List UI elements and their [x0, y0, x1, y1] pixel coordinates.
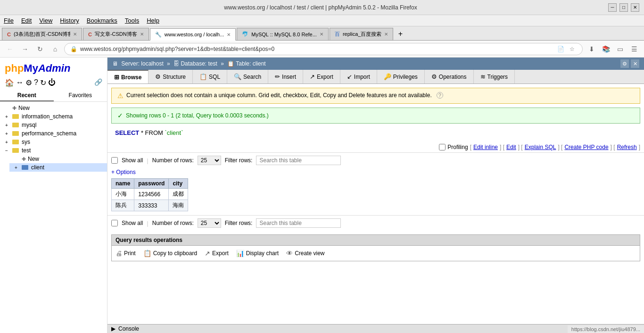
menu-bookmarks[interactable]: Bookmarks — [87, 17, 117, 24]
tab-import[interactable]: ↙ Import — [340, 70, 377, 83]
window-controls[interactable]: ─ □ ✕ — [608, 3, 639, 12]
sidebar-tab-favorites[interactable]: Favorites — [54, 90, 107, 101]
minimize-button[interactable]: ─ — [608, 3, 617, 12]
sql-display: SELECT * FROM `client` — [111, 127, 640, 138]
collapse-icon[interactable]: ✕ — [631, 59, 639, 68]
tab-triggers[interactable]: ≋ Triggers — [474, 70, 515, 83]
structure-icon: ⚙ — [155, 73, 161, 80]
tab-close-1[interactable]: ✕ — [140, 32, 144, 37]
cell-password-1: 333333 — [134, 200, 169, 211]
tab-structure[interactable]: ⚙ Structure — [149, 70, 193, 83]
warning-box: ⚠ Current selection does not contain a u… — [111, 88, 640, 104]
menu-help[interactable]: Help — [147, 17, 159, 24]
bookmark-icon[interactable]: ☆ — [567, 44, 577, 54]
library-icon[interactable]: 📚 — [600, 43, 612, 55]
db-icon-sys — [12, 140, 19, 144]
tab-operations[interactable]: ⚙ Operations — [425, 70, 474, 83]
browser-tab-0[interactable]: C (3条消息)首页-CSDN博客 ✕ — [2, 28, 82, 40]
db-icon-information-schema — [12, 114, 19, 119]
profiling-label: Profiling — [447, 144, 468, 150]
breadcrumb-icons: ⚙ ✕ — [620, 59, 639, 68]
create-php-link[interactable]: Create PHP code — [564, 144, 608, 150]
browser-tab-1[interactable]: C 写文章-CSDN博客 ✕ — [83, 28, 149, 40]
menu-file[interactable]: File — [4, 17, 14, 24]
profiling-checkbox[interactable] — [439, 144, 446, 150]
sql-icon: 📋 — [199, 73, 207, 80]
edit-link[interactable]: Edit — [506, 144, 516, 150]
reload-button[interactable]: ↻ — [34, 43, 46, 55]
console-bar[interactable]: ▶ Console — [107, 324, 644, 333]
display-chart-button[interactable]: 📊 Display chart — [236, 250, 279, 257]
forward-button[interactable]: → — [19, 43, 31, 55]
success-text: ✓ Showing rows 0 - 1 (2 total, Query too… — [117, 112, 634, 119]
num-rows-select-bottom[interactable]: 25 50 100 — [198, 218, 221, 228]
menu-edit[interactable]: Edit — [21, 17, 32, 24]
sidebar-item-new-in-test[interactable]: ✚ New — [9, 155, 107, 163]
sidebar-item-sys[interactable]: + sys — [0, 138, 107, 146]
maximize-button[interactable]: □ — [619, 3, 628, 12]
warning-help-icon[interactable]: ? — [437, 92, 443, 99]
export-button[interactable]: ↗ Export — [205, 250, 229, 257]
breadcrumb-text: 🖥 Server: localhost » 🗄 Database: test »… — [112, 60, 266, 67]
tab-browse[interactable]: ⊞ Browse — [107, 70, 149, 83]
col-header-password[interactable]: password — [134, 179, 169, 189]
sidebar-item-information-schema[interactable]: + information_schema — [0, 112, 107, 121]
tab-close-4[interactable]: ✕ — [384, 32, 388, 37]
browser-tab-3[interactable]: 🐬 MySQL :: MySQL 8.0 Refe... ✕ — [237, 28, 329, 40]
filter-input-top[interactable] — [256, 156, 341, 165]
tab-export[interactable]: ↗ Export — [303, 70, 340, 83]
question-icon[interactable]: ? — [34, 78, 38, 87]
exit-icon[interactable]: ⏻ — [48, 78, 56, 87]
filter-input-bottom[interactable] — [256, 218, 341, 228]
home-icon[interactable]: 🏠 — [5, 78, 14, 87]
tab-search[interactable]: 🔍 Search — [227, 70, 268, 83]
browser-tab-2[interactable]: 🔧 www.westos.org / localh... ✕ — [150, 28, 236, 41]
browser-tab-4[interactable]: 百 replica_百度搜索 ✕ — [330, 28, 394, 40]
settings-cog-icon[interactable]: ⚙ — [620, 59, 629, 68]
menu-view[interactable]: View — [39, 17, 52, 24]
copy-icon: 📋 — [143, 250, 151, 257]
tab-sql[interactable]: 📋 SQL — [193, 70, 227, 83]
show-all-checkbox-bottom[interactable] — [111, 220, 118, 226]
sidebar-tab-recent[interactable]: Recent — [0, 90, 54, 101]
options-anchor[interactable]: + Options — [111, 169, 136, 175]
refresh-icon[interactable]: ↻ — [40, 78, 46, 87]
new-tab-button[interactable]: + — [394, 28, 406, 40]
sidebar-item-client[interactable]: + client — [9, 163, 107, 172]
menu-tools[interactable]: Tools — [125, 17, 139, 24]
tab-insert[interactable]: ✏ Insert — [268, 70, 303, 83]
menu-history[interactable]: History — [60, 17, 79, 24]
tab-close-0[interactable]: ✕ — [73, 32, 77, 37]
refresh-link[interactable]: Refresh — [617, 144, 637, 150]
sidebar-item-test[interactable]: − test — [0, 146, 107, 155]
edit-inline-link[interactable]: Edit inline — [473, 144, 498, 150]
sidebar-toggle[interactable]: ▭ — [614, 43, 626, 55]
downloads-icon[interactable]: ⬇ — [586, 43, 598, 55]
create-view-button[interactable]: 👁 Create view — [286, 250, 324, 257]
num-rows-label-top: Number of rows: — [152, 157, 194, 164]
sidebar-item-new-top[interactable]: ✚ New — [0, 104, 107, 112]
address-input-container[interactable]: 🔒 www.westos.org/phpmyadmin/sql.php?serv… — [64, 43, 583, 55]
status-bar: https://blog.csdn.net/jiu4879... — [568, 325, 644, 333]
explain-sql-link[interactable]: Explain SQL — [525, 144, 556, 150]
reader-icon[interactable]: 📄 — [556, 44, 565, 54]
content-area: 🖥 Server: localhost » 🗄 Database: test »… — [107, 58, 644, 333]
home-button[interactable]: ⌂ — [49, 43, 61, 55]
sidebar-item-performance-schema[interactable]: + performance_schema — [0, 129, 107, 138]
num-rows-select-top[interactable]: 25 50 100 — [198, 156, 221, 165]
back-button[interactable]: ← — [4, 43, 16, 55]
link-icon[interactable]: 🔗 — [94, 78, 102, 87]
print-button[interactable]: 🖨 Print — [116, 250, 136, 257]
tab-close-3[interactable]: ✕ — [320, 32, 323, 37]
col-header-city[interactable]: city — [169, 179, 188, 189]
tab-close-2[interactable]: ✕ — [227, 32, 231, 37]
col-header-name[interactable]: name — [112, 179, 134, 189]
copy-clipboard-button[interactable]: 📋 Copy to clipboard — [143, 250, 197, 257]
close-button[interactable]: ✕ — [631, 3, 639, 12]
tab-privileges[interactable]: 🔑 Privileges — [377, 70, 425, 83]
arrow-icon[interactable]: ↔ — [16, 78, 24, 87]
show-all-checkbox-top[interactable] — [111, 157, 118, 164]
settings-icon[interactable]: ⚙ — [25, 78, 32, 87]
sidebar-item-mysql[interactable]: + mysql — [0, 121, 107, 129]
menu-icon[interactable]: ☰ — [628, 43, 640, 55]
